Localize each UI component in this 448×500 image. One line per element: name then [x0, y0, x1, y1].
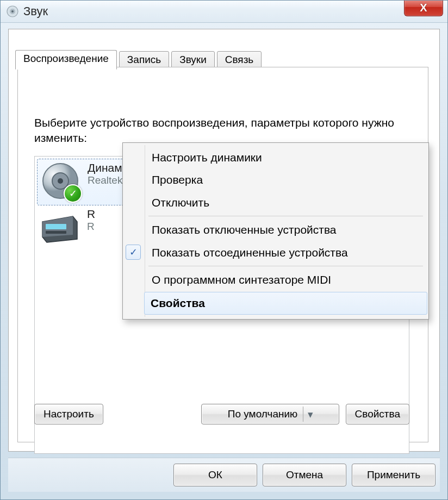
- menu-label: Настроить динамики: [152, 151, 262, 164]
- window-title: Звук: [23, 4, 48, 18]
- menu-show-disconnected[interactable]: ✓ Показать отсоединенные устройства: [145, 241, 426, 264]
- menu-about-midi[interactable]: О программном синтезаторе MIDI: [145, 268, 426, 291]
- menu-test[interactable]: Проверка: [145, 168, 426, 191]
- menu-properties[interactable]: Свойства: [144, 292, 427, 314]
- ok-button[interactable]: ОК: [173, 464, 257, 486]
- menu-configure-speakers[interactable]: Настроить динамики: [145, 146, 426, 168]
- svg-rect-6: [46, 224, 66, 229]
- svg-rect-7: [46, 231, 66, 234]
- close-button[interactable]: X: [404, 0, 443, 16]
- tab-label: Связь: [225, 54, 254, 65]
- cancel-button[interactable]: Отмена: [263, 464, 346, 486]
- menu-label: О программном синтезаторе MIDI: [152, 273, 331, 286]
- menu-label: Показать отсоединенные устройства: [152, 246, 348, 259]
- dialog-footer: ОК Отмена Применить: [8, 458, 440, 492]
- menu-separator: [148, 216, 423, 216]
- svg-point-5: [58, 178, 63, 184]
- tab-communications[interactable]: Связь: [217, 51, 262, 70]
- apply-button[interactable]: Применить: [352, 464, 435, 486]
- button-label: Настроить: [43, 408, 94, 420]
- tab-label: Звуки: [179, 54, 207, 65]
- device-icon-speaker: ✓: [41, 161, 80, 201]
- menu-separator: [148, 266, 423, 266]
- close-icon: X: [420, 2, 427, 14]
- device-icon-receiver: [40, 208, 79, 247]
- titlebar: Звук X: [1, 1, 447, 23]
- menu-label: Свойства: [151, 297, 205, 309]
- menu-show-disabled[interactable]: Показать отключенные устройства: [145, 218, 426, 241]
- tab-label: Воспроизведение: [23, 53, 109, 64]
- menu-label: Отключить: [152, 196, 209, 209]
- properties-button[interactable]: Свойства: [346, 404, 409, 424]
- speaker-title-icon: [6, 5, 19, 18]
- button-label: Применить: [367, 469, 420, 481]
- tab-sounds[interactable]: Звуки: [171, 51, 215, 70]
- tab-recording[interactable]: Запись: [119, 51, 169, 70]
- svg-point-2: [11, 10, 14, 12]
- tab-footer-buttons: Настроить По умолчанию ▾ Свойства: [34, 404, 409, 424]
- configure-button[interactable]: Настроить: [34, 404, 103, 424]
- button-label: Отмена: [286, 469, 323, 481]
- set-default-button[interactable]: По умолчанию ▾: [201, 404, 339, 424]
- tab-label: Запись: [127, 54, 161, 65]
- tabstrip: Воспроизведение Запись Звуки Связь: [9, 29, 439, 69]
- dropdown-arrow-icon[interactable]: ▾: [303, 407, 318, 422]
- tab-playback[interactable]: Воспроизведение: [15, 50, 117, 70]
- device-context-menu: Настроить динамики Проверка Отключить По…: [122, 142, 429, 320]
- default-device-check-icon: ✓: [64, 184, 82, 203]
- menu-disable[interactable]: Отключить: [145, 191, 426, 214]
- button-label: По умолчанию: [228, 408, 298, 420]
- button-label: Свойства: [355, 408, 400, 420]
- sound-settings-window: Звук X Воспроизведение Запись Звуки Связ…: [0, 0, 448, 500]
- button-label: ОК: [208, 469, 222, 481]
- instruction-text: Выберите устройство воспроизведения, пар…: [34, 115, 409, 146]
- menu-label: Проверка: [152, 173, 203, 186]
- menu-label: Показать отключенные устройства: [152, 223, 337, 236]
- check-icon: ✓: [126, 245, 141, 260]
